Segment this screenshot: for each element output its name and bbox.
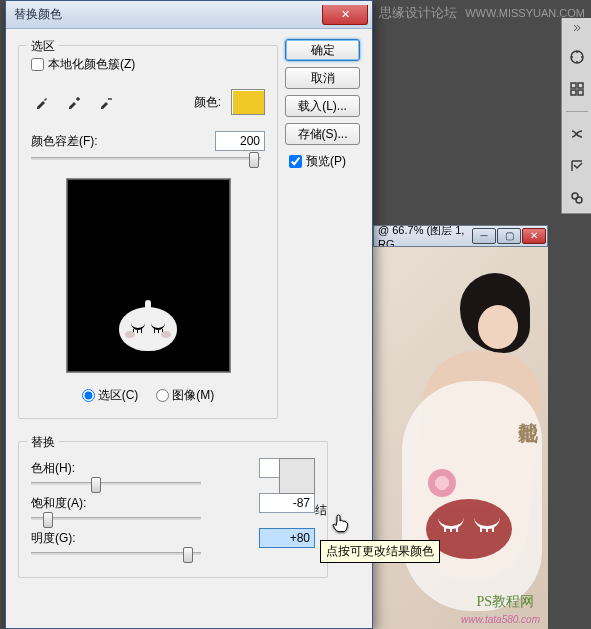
dialog-titlebar[interactable]: 替换颜色 ✕ — [6, 1, 372, 29]
page-watermark: 思缘设计论坛 WWW.MISSYUAN.COM — [379, 4, 585, 22]
radio-image[interactable]: 图像(M) — [156, 387, 214, 404]
fuzziness-label: 颜色容差(F): — [31, 133, 98, 150]
saturation-slider-thumb[interactable] — [43, 512, 53, 528]
saturation-input[interactable]: -87 — [259, 493, 315, 513]
right-toolbar — [561, 18, 591, 214]
document-window: @ 66.7% (图层 1, RG... ─ ▢ ✕ 他她我帮 PS教程网 ww… — [373, 225, 548, 629]
ok-button[interactable]: 确定 — [285, 39, 360, 61]
lightness-label: 明度(G): — [31, 530, 101, 547]
radio-image-input[interactable] — [156, 389, 169, 402]
swatches-icon[interactable] — [566, 78, 588, 100]
selection-fieldset: 选区 本地化颜色簇(Z) 颜色: 颜色容差(F): — [18, 45, 278, 419]
svg-rect-3 — [571, 90, 576, 95]
selection-legend: 选区 — [27, 38, 59, 55]
hue-label: 色相(H): — [31, 460, 101, 477]
radio-selection[interactable]: 选区(C) — [82, 387, 139, 404]
save-button[interactable]: 存储(S)... — [285, 123, 360, 145]
radio-image-label: 图像(M) — [172, 387, 214, 404]
minimize-button[interactable]: ─ — [472, 228, 496, 244]
document-titlebar[interactable]: @ 66.7% (图层 1, RG... ─ ▢ ✕ — [373, 225, 548, 247]
document-title: @ 66.7% (图层 1, RG... — [378, 225, 472, 247]
navigator-icon[interactable] — [566, 46, 588, 68]
replacement-legend: 替换 — [27, 434, 59, 451]
radio-selection-input[interactable] — [82, 389, 95, 402]
saturation-slider[interactable] — [31, 517, 201, 520]
doc-close-button[interactable]: ✕ — [522, 228, 546, 244]
photo-watermark-site: PS教程网 — [476, 593, 534, 611]
lightness-slider-thumb[interactable] — [183, 547, 193, 563]
tooltip: 点按可更改结果颜色 — [320, 540, 440, 563]
fuzziness-slider[interactable] — [31, 157, 261, 160]
svg-rect-4 — [578, 90, 583, 95]
preview-checkbox-row[interactable]: 预览(P) — [285, 153, 360, 170]
history-icon[interactable] — [566, 155, 588, 177]
preview-checkbox[interactable] — [289, 155, 302, 168]
load-button[interactable]: 载入(L)... — [285, 95, 360, 117]
brush-icon[interactable] — [566, 123, 588, 145]
toolbar-separator — [566, 111, 588, 112]
lightness-input[interactable]: +80 — [259, 528, 315, 548]
watermark-cn: 思缘设计论坛 — [379, 4, 457, 22]
saturation-label: 饱和度(A): — [31, 495, 101, 512]
localized-clusters-label: 本地化颜色簇(Z) — [48, 56, 135, 73]
photo-watermark-url: www.tata580.com — [461, 614, 540, 625]
cursor-hand-icon — [330, 512, 350, 534]
result-color-swatch[interactable] — [279, 458, 315, 494]
selection-mask-shape — [119, 307, 177, 351]
dialog-button-column: 确定 取消 载入(L)... 存储(S)... 预览(P) — [285, 39, 360, 170]
close-icon[interactable]: ✕ — [322, 5, 368, 25]
color-label: 颜色: — [194, 94, 221, 111]
svg-point-6 — [576, 197, 582, 203]
fuzziness-input[interactable]: 200 — [215, 131, 265, 151]
localized-clusters-checkbox[interactable] — [31, 58, 44, 71]
dialog-title: 替换颜色 — [14, 6, 62, 23]
fuzziness-slider-thumb[interactable] — [249, 152, 259, 168]
photo-subject — [402, 265, 542, 625]
panel-collapse-icon[interactable] — [572, 22, 582, 32]
eyedropper-icon[interactable] — [31, 91, 53, 113]
hue-slider[interactable] — [31, 482, 201, 485]
lightness-slider[interactable] — [31, 552, 201, 555]
preview-label: 预览(P) — [306, 153, 346, 170]
layers-icon[interactable] — [566, 187, 588, 209]
document-canvas[interactable]: 他她我帮 PS教程网 www.tata580.com — [373, 247, 548, 629]
cancel-button[interactable]: 取消 — [285, 67, 360, 89]
eyedropper-plus-icon[interactable] — [63, 91, 85, 113]
hue-slider-thumb[interactable] — [91, 477, 101, 493]
localized-clusters-row[interactable]: 本地化颜色簇(Z) — [31, 56, 265, 73]
selection-preview[interactable] — [66, 178, 231, 373]
radio-selection-label: 选区(C) — [98, 387, 139, 404]
eyedropper-minus-icon[interactable] — [95, 91, 117, 113]
maximize-button[interactable]: ▢ — [497, 228, 521, 244]
svg-rect-2 — [578, 83, 583, 88]
replacement-fieldset: 替换 结 色相(H): -48 饱和度(A): -87 明度(G): — [18, 441, 328, 578]
svg-rect-1 — [571, 83, 576, 88]
replace-color-dialog: 替换颜色 ✕ 确定 取消 载入(L)... 存储(S)... 预览(P) 选区 … — [5, 0, 373, 629]
source-color-swatch[interactable] — [231, 89, 265, 115]
result-label: 结 — [315, 502, 327, 519]
